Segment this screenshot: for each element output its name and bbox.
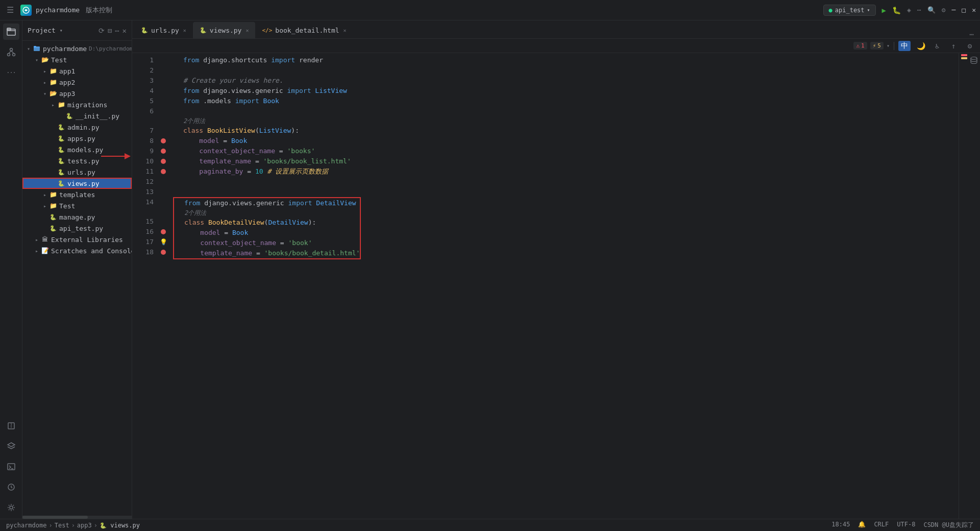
toolbar-indent-icon[interactable]: 中 — [898, 41, 911, 51]
kw-import-5: import — [235, 96, 259, 106]
activity-terminal-icon[interactable] — [3, 458, 19, 475]
tree-item-admin[interactable]: admin.py — [22, 122, 132, 133]
tree-item-views[interactable]: views.py — [22, 178, 132, 189]
tree-item-models[interactable]: models.py — [22, 144, 132, 155]
gutter-9[interactable] — [158, 146, 169, 156]
gutter-7 — [158, 126, 169, 136]
module-4: django.views.generic — [203, 86, 283, 96]
tab-more-icon[interactable]: ⋯ — [970, 30, 974, 38]
status-line-ending[interactable]: CRLF — [874, 521, 889, 529]
tree-root-pycharmdome[interactable]: pycharmdome D:\pycharmdome — [22, 43, 132, 54]
tree-item-apps[interactable]: apps.py — [22, 133, 132, 144]
tree-item-api-test[interactable]: api_test.py — [22, 223, 132, 234]
attr-9: context_object_name — [199, 146, 275, 156]
api-test-button[interactable]: ● api_test ▾ — [823, 5, 876, 16]
test-folder-icon — [41, 56, 49, 64]
tab-book-detail-close[interactable]: ✕ — [344, 28, 347, 33]
close-button[interactable]: ✕ — [972, 6, 976, 14]
toolbar-share-icon[interactable]: ↑ — [947, 41, 960, 51]
sidebar-header: Project ▾ ⟳ ⊟ ⋯ ✕ — [22, 20, 132, 41]
tree-item-external[interactable]: 🏛 External Libraries — [22, 234, 132, 245]
gutter-10[interactable] — [158, 156, 169, 166]
breadcrumb-app3: app3 — [77, 522, 92, 529]
breakpoint-11 — [161, 169, 166, 174]
version-control[interactable]: 版本控制 — [86, 6, 112, 15]
op-16: = — [224, 228, 228, 238]
settings-icon[interactable]: ⚙ — [942, 6, 946, 14]
gutter-11[interactable] — [158, 166, 169, 177]
status-encoding[interactable]: UTF-8 — [897, 521, 915, 529]
gutter-2 — [158, 65, 169, 76]
tree-item-scratches[interactable]: 📝 Scratches and Consoles — [22, 245, 132, 256]
tree-arrow-test-sub — [41, 202, 49, 210]
collapse-icon[interactable]: ⊟ — [108, 27, 112, 35]
tree-item-app2[interactable]: app2 — [22, 77, 132, 88]
maximize-button[interactable]: □ — [962, 6, 966, 14]
code-line-16: model = Book — [174, 228, 360, 238]
models-label: models.py — [67, 146, 103, 154]
activity-layers-icon[interactable] — [3, 438, 19, 454]
svg-point-12 — [10, 506, 13, 509]
toolbar-accessibility-icon[interactable]: ♿ — [931, 41, 943, 51]
tree-arrow-scratches — [33, 247, 41, 255]
gutter-13 — [158, 187, 169, 197]
activity-more-icon[interactable]: ··· — [3, 64, 19, 81]
debug-button[interactable]: 🐛 — [892, 6, 901, 14]
more-options-icon[interactable]: ⋯ — [917, 6, 921, 14]
tab-views-py-close[interactable]: ✕ — [246, 28, 249, 33]
minimize-button[interactable]: ─ — [952, 6, 956, 14]
activity-settings-icon[interactable] — [3, 499, 19, 516]
str-17: 'book' — [288, 238, 312, 248]
tree-item-migrations[interactable]: migrations — [22, 99, 132, 110]
gutter-17[interactable]: 💡 — [158, 237, 169, 247]
run-button[interactable]: ▶ — [882, 6, 886, 14]
tree-item-test-sub[interactable]: Test — [22, 200, 132, 211]
toolbar-settings2-icon[interactable]: ⚙ — [964, 41, 976, 51]
gutter-18[interactable] — [158, 247, 169, 257]
project-dropdown-icon[interactable]: ▾ — [60, 28, 63, 33]
tree-item-templates[interactable]: templates — [22, 189, 132, 200]
tab-views-py[interactable]: 🐍 views.py ✕ — [193, 22, 256, 38]
tree-item-manage[interactable]: manage.py — [22, 211, 132, 223]
settings-gear-icon — [7, 503, 16, 512]
database-icon[interactable] — [970, 56, 979, 65]
activity-plugins-icon[interactable] — [3, 418, 19, 434]
tree-item-app3[interactable]: app3 — [22, 88, 132, 99]
tab-book-detail-html[interactable]: </> book_detail.html ✕ — [255, 22, 353, 38]
svg-point-4 — [7, 54, 10, 56]
search-icon[interactable]: 🔍 — [927, 6, 936, 14]
code-area[interactable]: from django.shortcuts import render # Cr… — [169, 53, 959, 519]
tab-views-py-label: views.py — [210, 27, 242, 34]
tab-urls-py[interactable]: 🐍 urls.py ✕ — [134, 22, 193, 38]
activity-clock-icon[interactable] — [3, 479, 19, 495]
parent-7: ListView — [259, 126, 291, 136]
paren-close-7: ): — [291, 126, 299, 136]
activity-project-icon[interactable] — [3, 23, 19, 40]
tree-item-tests[interactable]: tests.py — [22, 155, 132, 166]
git-icon — [7, 47, 16, 57]
title-bar: ☰ pycharmdome 版本控制 ● api_test ▾ ▶ 🐛 ◈ ⋯ … — [0, 0, 980, 20]
dot-menu-icon[interactable]: ⋯ — [115, 27, 119, 35]
root-label: pycharmdome — [43, 45, 87, 53]
profile-icon[interactable]: ◈ — [907, 6, 911, 14]
tree-item-app1[interactable]: app1 — [22, 65, 132, 77]
tree-arrow-root — [24, 44, 33, 53]
gutter-16[interactable] — [158, 227, 169, 237]
activity-git-icon[interactable] — [3, 44, 19, 60]
gutter-8[interactable] — [158, 136, 169, 146]
manage-py-icon — [49, 213, 57, 221]
close-sidebar-icon[interactable]: ✕ — [122, 27, 127, 35]
svg-line-7 — [11, 51, 14, 54]
badge-dropdown-icon[interactable]: ▾ — [887, 43, 890, 49]
hamburger-menu[interactable]: ☰ — [4, 4, 16, 16]
tree-item-urls[interactable]: urls.py — [22, 166, 132, 178]
breadcrumb-sep-1: › — [48, 522, 52, 529]
toolbar-dark-icon[interactable]: 🌙 — [915, 41, 927, 51]
sync-icon[interactable]: ⟳ — [99, 27, 105, 35]
tree-item-test[interactable]: Test — [22, 54, 132, 65]
activity-bar-bottom — [3, 418, 19, 516]
code-line-10: template_name = 'books/book_list.html' — [173, 156, 959, 166]
views-label: views.py — [67, 180, 100, 187]
tree-item-init[interactable]: __init__.py — [22, 110, 132, 122]
tab-urls-py-close[interactable]: ✕ — [183, 28, 186, 33]
